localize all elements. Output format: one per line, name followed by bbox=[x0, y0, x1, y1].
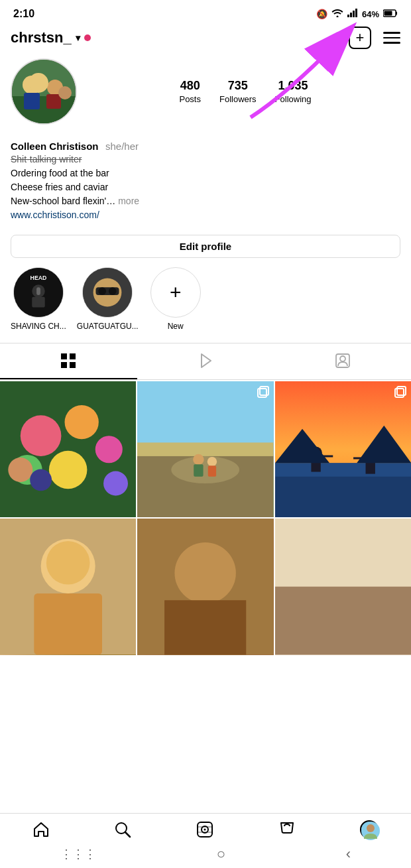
nav-recent-icon[interactable]: ‹ bbox=[346, 845, 351, 863]
svg-line-74 bbox=[125, 832, 130, 837]
svg-rect-8 bbox=[12, 96, 77, 125]
highlight-item-2[interactable]: GUATGUATGU... bbox=[77, 267, 139, 331]
svg-rect-70 bbox=[164, 601, 246, 655]
svg-rect-10 bbox=[24, 93, 40, 109]
nav-back-icon[interactable]: ⋮⋮⋮ bbox=[60, 847, 96, 861]
photo-cell-4[interactable] bbox=[0, 519, 136, 654]
highlight-item-new[interactable]: + New bbox=[149, 267, 202, 331]
system-navigation-bar: ⋮⋮⋮ ○ ‹ bbox=[0, 843, 411, 868]
grid-icon bbox=[60, 353, 76, 369]
svg-rect-49 bbox=[258, 389, 266, 397]
svg-point-35 bbox=[95, 436, 123, 463]
status-time: 2:10 bbox=[13, 8, 34, 20]
svg-rect-63 bbox=[397, 387, 406, 395]
svg-point-38 bbox=[103, 471, 128, 496]
svg-rect-12 bbox=[46, 94, 61, 109]
nav-shop[interactable] bbox=[278, 821, 296, 838]
bio-more[interactable]: more bbox=[118, 196, 139, 206]
bio-line-3: Cheese fries and caviar bbox=[11, 180, 400, 194]
svg-point-37 bbox=[49, 451, 87, 489]
svg-rect-48 bbox=[208, 465, 216, 476]
tab-grid[interactable] bbox=[0, 343, 137, 379]
photo-cell-5[interactable] bbox=[137, 519, 273, 654]
svg-point-69 bbox=[175, 542, 236, 603]
highlight-label-1: SHAVING CH... bbox=[11, 322, 66, 331]
posts-stat[interactable]: 480 Posts bbox=[179, 79, 201, 104]
svg-text:HEAD: HEAD bbox=[30, 275, 46, 281]
nav-reels[interactable] bbox=[196, 821, 213, 838]
battery-icon bbox=[383, 9, 398, 19]
svg-point-45 bbox=[194, 454, 204, 465]
menu-button[interactable] bbox=[383, 32, 400, 44]
battery-pct: 64% bbox=[362, 9, 379, 19]
svg-rect-62 bbox=[395, 389, 404, 397]
mute-icon: 🔕 bbox=[316, 9, 327, 19]
svg-rect-25 bbox=[61, 353, 67, 359]
bio-link[interactable]: www.cchristison.com/ bbox=[11, 210, 400, 220]
highlights-row: HEAD SHAVING CH... G bbox=[0, 267, 411, 343]
highlight-circle-2 bbox=[82, 267, 133, 318]
svg-rect-1 bbox=[347, 15, 349, 17]
new-post-button[interactable]: + bbox=[349, 27, 371, 49]
bio-section: Colleen Christison she/her Shit-talking … bbox=[0, 141, 411, 228]
svg-rect-79 bbox=[198, 832, 212, 833]
svg-point-22 bbox=[99, 287, 107, 295]
followers-label: Followers bbox=[219, 94, 257, 104]
dropdown-icon[interactable]: ▾ bbox=[76, 32, 80, 43]
photo-cell-6[interactable] bbox=[275, 519, 411, 654]
photo-cell-1[interactable] bbox=[0, 381, 136, 517]
person-tag-icon bbox=[335, 353, 351, 369]
profile-top: 480 Posts 735 Followers 1,035 Following bbox=[11, 58, 400, 125]
nav-home-circle[interactable]: ○ bbox=[217, 845, 225, 863]
svg-point-23 bbox=[109, 287, 117, 295]
online-indicator bbox=[84, 34, 91, 41]
svg-point-40 bbox=[30, 469, 52, 491]
highlight-item-1[interactable]: HEAD SHAVING CH... bbox=[11, 267, 66, 331]
signal-icon bbox=[347, 9, 358, 19]
followers-count: 735 bbox=[228, 79, 248, 93]
svg-rect-27 bbox=[61, 362, 67, 368]
svg-rect-53 bbox=[275, 463, 411, 477]
svg-rect-50 bbox=[260, 387, 268, 395]
photo-cell-2[interactable] bbox=[137, 381, 273, 517]
photo-grid bbox=[0, 381, 411, 655]
svg-point-0 bbox=[336, 16, 338, 18]
status-bar: 2:10 🔕 64% bbox=[0, 0, 411, 24]
highlight-circle-new: + bbox=[150, 267, 201, 318]
svg-rect-6 bbox=[384, 11, 392, 15]
bio-line-2: Ordering food at the bar bbox=[11, 166, 400, 180]
svg-point-47 bbox=[207, 457, 217, 466]
nav-profile[interactable] bbox=[360, 820, 379, 839]
profile-header: chrstsn_ ▾ + bbox=[0, 24, 411, 56]
highlight-label-new: New bbox=[168, 322, 184, 331]
nav-search[interactable] bbox=[114, 821, 131, 838]
edit-profile-button[interactable]: Edit profile bbox=[11, 235, 400, 258]
shop-icon bbox=[278, 821, 296, 838]
profile-stats: 480 Posts 735 Followers 1,035 Following bbox=[90, 79, 400, 104]
svg-point-44 bbox=[172, 456, 240, 483]
photo-cell-3[interactable] bbox=[275, 381, 411, 517]
nav-home[interactable] bbox=[32, 821, 50, 838]
plus-icon: + bbox=[356, 31, 365, 45]
svg-rect-18 bbox=[36, 287, 40, 295]
avatar[interactable] bbox=[11, 58, 77, 125]
tab-tagged[interactable] bbox=[274, 343, 411, 379]
status-icons: 🔕 64% bbox=[316, 9, 398, 19]
play-icon bbox=[198, 353, 213, 369]
nav-items bbox=[0, 814, 411, 843]
svg-rect-26 bbox=[70, 353, 76, 359]
reels-icon bbox=[196, 821, 213, 838]
profile-section: 480 Posts 735 Followers 1,035 Following bbox=[0, 56, 411, 141]
posts-count: 480 bbox=[180, 79, 200, 93]
tab-reels[interactable] bbox=[137, 343, 274, 379]
followers-stat[interactable]: 735 Followers bbox=[219, 79, 257, 104]
multi-photo-badge-2 bbox=[257, 385, 270, 399]
bottom-navigation: ⋮⋮⋮ ○ ‹ bbox=[0, 813, 411, 868]
posts-label: Posts bbox=[179, 94, 201, 104]
svg-marker-29 bbox=[202, 354, 211, 367]
add-highlight-icon: + bbox=[170, 281, 182, 304]
following-stat[interactable]: 1,035 Following bbox=[275, 79, 312, 104]
svg-rect-17 bbox=[32, 297, 44, 308]
svg-point-67 bbox=[46, 541, 90, 585]
svg-point-34 bbox=[65, 405, 99, 439]
